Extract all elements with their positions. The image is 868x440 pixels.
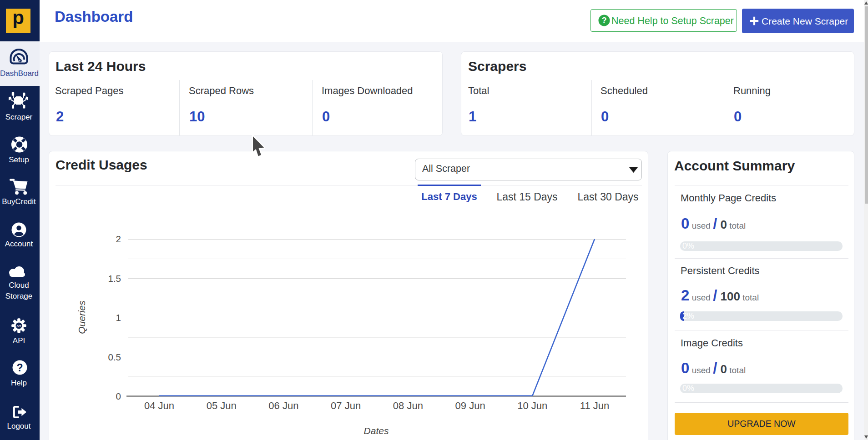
svg-text:08 Jun: 08 Jun (393, 400, 423, 411)
svg-text:05 Jun: 05 Jun (207, 400, 237, 411)
svg-text:09 Jun: 09 Jun (455, 400, 485, 411)
svg-text:2: 2 (116, 234, 121, 244)
svg-text:11 Jun: 11 Jun (580, 400, 609, 411)
svg-text:0: 0 (116, 391, 121, 401)
svg-text:1.5: 1.5 (108, 273, 121, 284)
svg-text:Dates: Dates (364, 425, 389, 436)
svg-text:07 Jun: 07 Jun (331, 400, 361, 411)
svg-text:0.5: 0.5 (108, 352, 121, 362)
svg-text:?: ? (601, 15, 606, 25)
svg-text:1: 1 (116, 312, 121, 323)
svg-text:Queries: Queries (76, 300, 87, 334)
svg-text:API: API (16, 325, 21, 327)
svg-text:10 Jun: 10 Jun (517, 400, 547, 411)
svg-text:?: ? (16, 362, 23, 374)
svg-text:06 Jun: 06 Jun (268, 400, 298, 411)
svg-text:04 Jun: 04 Jun (144, 400, 174, 411)
